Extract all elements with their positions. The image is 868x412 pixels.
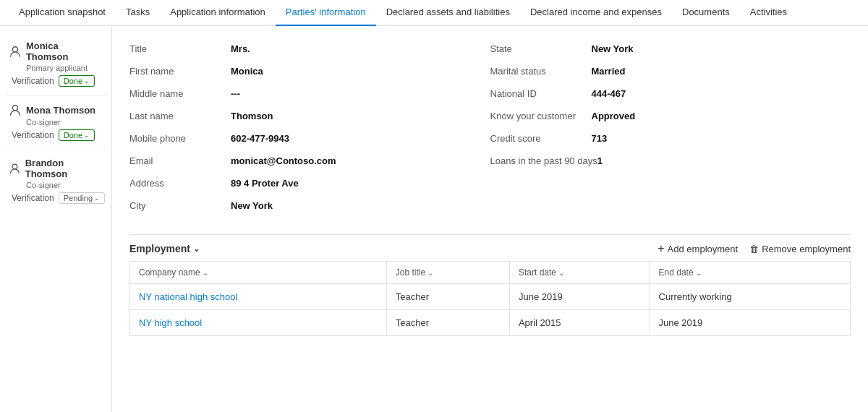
- info-left-value-5: monicat@Contoso.com: [231, 155, 336, 166]
- info-left-row-6: Address 89 4 Proter Ave: [129, 172, 490, 194]
- person-role-0: Primary applicant: [26, 64, 103, 72]
- emp-jobtitle-1: Teacher: [386, 310, 509, 336]
- verification-label-0: Verification: [12, 76, 54, 86]
- sort-arrow-0: ⌄: [203, 269, 208, 277]
- verification-badge-1[interactable]: Done ⌄: [59, 129, 95, 141]
- emp-company-link-1[interactable]: NY high school: [139, 317, 202, 328]
- person-role-1: Co-signer: [26, 118, 103, 126]
- info-left-label-6: Address: [129, 178, 231, 189]
- info-left-label-4: Mobile phone: [129, 133, 231, 144]
- person-header-0: Monica Thomson: [9, 40, 103, 62]
- sidebar-person-0[interactable]: Monica Thomson Primary applicant Verific…: [6, 35, 106, 93]
- person-icon-0: [9, 45, 22, 58]
- sidebar: Monica Thomson Primary applicant Verific…: [0, 26, 112, 412]
- info-left-row-1: First name Monica: [129, 60, 490, 82]
- info-right-row-2: National ID 444-467: [490, 82, 851, 105]
- employment-col-header-3[interactable]: End date ⌄: [650, 262, 850, 284]
- info-right-row-1: Marital status Married: [490, 60, 851, 82]
- info-right-row-5: Loans in the past 90 days 1: [490, 150, 851, 172]
- employment-col-header-0[interactable]: Company name ⌄: [130, 262, 387, 284]
- info-left-label-3: Last name: [129, 111, 231, 121]
- add-employment-button[interactable]: + Add employment: [658, 242, 738, 255]
- info-right-label-2: National ID: [490, 88, 592, 99]
- employment-title[interactable]: Employment ⌄: [129, 243, 200, 254]
- person-header-1: Mona Thomson: [9, 103, 103, 116]
- employment-section: Employment ⌄ + Add employment 🗑 Remove e…: [129, 234, 851, 336]
- info-right-value-4: 713: [592, 133, 608, 144]
- verification-badge-0[interactable]: Done ⌄: [59, 75, 95, 87]
- trash-icon: 🗑: [749, 244, 759, 254]
- employment-table-row-1: NY high school Teacher April 2015 June 2…: [130, 310, 851, 336]
- employment-chevron-icon: ⌄: [193, 244, 200, 254]
- info-right-label-0: State: [490, 43, 592, 54]
- remove-employment-button[interactable]: 🗑 Remove employment: [749, 244, 851, 254]
- info-right-value-0: New York: [592, 43, 634, 54]
- info-left-label-1: First name: [129, 66, 231, 77]
- person-role-2: Co-signer: [26, 181, 103, 189]
- info-left-row-2: Middle name ---: [129, 82, 490, 105]
- emp-company-link-0[interactable]: NY national high school: [139, 291, 237, 302]
- sidebar-person-1[interactable]: Mona Thomson Co-signer Verification Done…: [6, 95, 106, 147]
- info-left-label-2: Middle name: [129, 88, 231, 99]
- info-left-value-2: ---: [231, 88, 240, 99]
- info-right-row-3: Know your customer Approved: [490, 105, 851, 127]
- verification-badge-2[interactable]: Pending ⌄: [59, 192, 105, 204]
- info-right-value-5: 1: [597, 155, 603, 166]
- info-left-value-4: 602-477-9943: [231, 133, 289, 144]
- employment-actions: + Add employment 🗑 Remove employment: [658, 242, 851, 255]
- nav-item-declared-income-and-expenses[interactable]: Declared income and expenses: [520, 0, 672, 26]
- svg-point-2: [12, 164, 17, 169]
- verification-label-2: Verification: [12, 193, 54, 203]
- info-left-label-0: Title: [129, 43, 231, 54]
- nav-item-declared-assets-and-liabilities[interactable]: Declared assets and liabilities: [376, 0, 520, 26]
- sort-arrow-2: ⌄: [558, 269, 564, 277]
- sort-arrow-1: ⌄: [427, 269, 433, 277]
- info-left-value-0: Mrs.: [231, 43, 250, 54]
- top-nav: Application snapshotTasksApplication inf…: [0, 0, 868, 26]
- info-left-row-7: City New York: [129, 194, 490, 217]
- nav-item-application-snapshot[interactable]: Application snapshot: [9, 0, 116, 26]
- nav-item-documents[interactable]: Documents: [672, 0, 740, 26]
- emp-enddate-1: June 2019: [650, 310, 850, 336]
- info-left-row-0: Title Mrs.: [129, 38, 490, 60]
- info-right-label-5: Loans in the past 90 days: [490, 155, 597, 166]
- verification-row-2: Verification Pending ⌄: [12, 192, 103, 204]
- add-icon: +: [658, 242, 664, 255]
- info-left-value-6: 89 4 Proter Ave: [231, 178, 299, 189]
- nav-item-tasks[interactable]: Tasks: [116, 0, 160, 26]
- emp-company-0: NY national high school: [130, 284, 387, 310]
- verification-row-1: Verification Done ⌄: [12, 129, 103, 141]
- emp-startdate-1: April 2015: [509, 310, 650, 336]
- info-left-row-3: Last name Thomson: [129, 105, 490, 127]
- info-left-label-5: Email: [129, 155, 231, 166]
- info-right-value-2: 444-467: [592, 88, 626, 99]
- person-icon-2: [9, 162, 21, 175]
- emp-jobtitle-0: Teacher: [386, 284, 509, 310]
- employment-table-head: Company name ⌄Job title ⌄Start date ⌄End…: [130, 262, 851, 284]
- employment-table: Company name ⌄Job title ⌄Start date ⌄End…: [129, 261, 851, 336]
- personal-info-grid: Title Mrs. First name Monica Middle name…: [129, 38, 851, 217]
- person-name-1: Mona Thomson: [26, 105, 95, 116]
- employment-label: Employment: [129, 243, 190, 254]
- main-layout: Monica Thomson Primary applicant Verific…: [0, 26, 868, 412]
- verification-row-0: Verification Done ⌄: [12, 75, 103, 87]
- sidebar-person-2[interactable]: Brandon Thomson Co-signer Verification P…: [6, 150, 106, 210]
- nav-item-parties-information[interactable]: Parties' information: [276, 0, 376, 26]
- nav-item-activities[interactable]: Activities: [740, 0, 797, 26]
- info-left-col: Title Mrs. First name Monica Middle name…: [129, 38, 490, 217]
- employment-col-header-2[interactable]: Start date ⌄: [509, 262, 650, 284]
- verification-label-1: Verification: [12, 130, 54, 140]
- info-right-row-0: State New York: [490, 38, 851, 60]
- info-left-row-5: Email monicat@Contoso.com: [129, 150, 490, 172]
- info-right-value-3: Approved: [592, 111, 636, 121]
- nav-item-application-information[interactable]: Application information: [160, 0, 276, 26]
- info-left-row-4: Mobile phone 602-477-9943: [129, 127, 490, 150]
- info-right-row-4: Credit score 713: [490, 127, 851, 150]
- info-right-value-1: Married: [592, 66, 626, 77]
- emp-startdate-0: June 2019: [509, 284, 650, 310]
- svg-point-1: [12, 106, 17, 111]
- employment-col-header-1[interactable]: Job title ⌄: [386, 262, 509, 284]
- info-right-label-1: Marital status: [490, 66, 592, 77]
- person-name-2: Brandon Thomson: [25, 158, 103, 179]
- employment-table-body: NY national high school Teacher June 201…: [130, 284, 851, 336]
